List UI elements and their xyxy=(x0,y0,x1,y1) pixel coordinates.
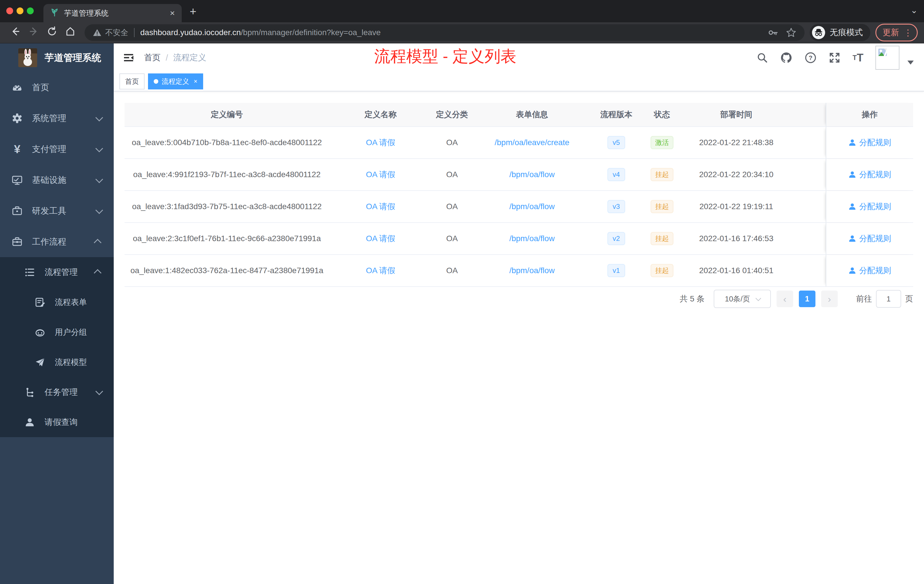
sidebar-item-payment[interactable]: ¥ 支付管理 xyxy=(0,134,114,165)
not-secure-label[interactable]: 不安全 xyxy=(105,27,128,38)
page-size-select[interactable]: 10条/页 xyxy=(714,290,771,308)
sidebar-item-system[interactable]: 系统管理 xyxy=(0,103,114,134)
status-badge: 激活 xyxy=(650,136,673,149)
definition-name-link[interactable]: OA 请假 xyxy=(366,201,396,212)
form-link[interactable]: /bpm/oa/flow xyxy=(510,202,555,211)
update-label: 更新 xyxy=(883,27,899,38)
forward-icon[interactable] xyxy=(25,26,43,39)
svg-text:?: ? xyxy=(808,54,812,61)
definition-id: oa_leave:1:482ec033-762a-11ec-8477-a2380… xyxy=(125,255,329,286)
row-spacer xyxy=(789,191,826,222)
column-header: 定义名称 xyxy=(329,103,432,126)
toolbox-icon xyxy=(12,205,23,216)
column-header: 状态 xyxy=(640,103,683,126)
sidebar-item-infrastructure[interactable]: 基础设施 xyxy=(0,165,114,195)
form-link[interactable]: /bpm/oa/flow xyxy=(510,170,555,179)
avatar[interactable] xyxy=(875,46,899,70)
deploy-time: 2022-01-22 21:48:38 xyxy=(683,127,789,158)
new-tab-button[interactable]: + xyxy=(190,6,196,16)
help-icon[interactable]: ? xyxy=(805,52,817,64)
version-badge: v4 xyxy=(607,168,625,181)
assign-rule-button[interactable]: 分配规则 xyxy=(848,201,891,212)
breadcrumb-current: 流程定义 xyxy=(173,52,206,63)
sidebar-logo[interactable]: 芋道管理系统 xyxy=(0,43,114,72)
column-header: 部署时间 xyxy=(683,103,789,126)
close-window-button[interactable] xyxy=(6,7,13,14)
tag-home[interactable]: 首页 xyxy=(119,73,145,89)
home-icon[interactable] xyxy=(61,26,79,39)
sidebar-item-task-management[interactable]: 任务管理 xyxy=(0,377,114,407)
table-body: oa_leave:5:004b710b-7b8a-11ec-8ef0-acde4… xyxy=(125,127,913,287)
assign-rule-label: 分配规则 xyxy=(859,137,891,148)
sidebar-item-process-management[interactable]: 流程管理 xyxy=(0,257,114,287)
row-spacer xyxy=(789,127,826,158)
favicon xyxy=(50,8,59,18)
sidebar-menu: 首页 系统管理 ¥ 支付管理 基础设施 xyxy=(0,72,114,437)
sidebar-item-home[interactable]: 首页 xyxy=(0,72,114,103)
page-number-button[interactable]: 1 xyxy=(799,290,815,307)
row-spacer xyxy=(789,255,826,286)
prev-page-button[interactable]: ‹ xyxy=(777,290,793,307)
logo-rabbit-image xyxy=(18,48,37,67)
definition-category: OA xyxy=(432,159,472,190)
tab-close-icon[interactable]: × xyxy=(170,8,175,18)
column-header: 表单信息 xyxy=(472,103,592,126)
sidebar-item-process-form[interactable]: 流程表单 xyxy=(0,287,114,317)
column-header-spacer xyxy=(789,103,826,126)
fullscreen-icon[interactable] xyxy=(828,52,841,64)
browser-update-menu-button[interactable]: 更新 ⋮ xyxy=(875,24,918,41)
tag-close-icon[interactable]: × xyxy=(194,78,198,85)
goto-page-input[interactable] xyxy=(876,290,901,308)
url-host[interactable]: dashboard.yudao.iocoder.cn xyxy=(140,28,241,37)
assign-rule-button[interactable]: 分配规则 xyxy=(848,169,891,180)
form-link[interactable]: /bpm/oa/leave/create xyxy=(495,138,569,147)
definition-category: OA xyxy=(432,191,472,222)
reload-icon[interactable] xyxy=(43,26,61,39)
minimize-window-button[interactable] xyxy=(16,7,23,14)
breadcrumb-home[interactable]: 首页 xyxy=(144,52,160,63)
sidebar-item-label: 研发工具 xyxy=(32,205,96,217)
font-size-icon[interactable]: TT xyxy=(853,52,863,64)
definition-name-link[interactable]: OA 请假 xyxy=(366,265,396,276)
chevron-down-icon xyxy=(96,145,103,152)
sidebar-item-label: 流程模型 xyxy=(55,357,101,368)
assign-rule-button[interactable]: 分配规则 xyxy=(848,233,891,244)
form-link[interactable]: /bpm/oa/flow xyxy=(510,234,555,243)
navbar: 首页 / 流程定义 流程模型 - 定义列表 ? TT xyxy=(114,43,924,72)
table-row: oa_leave:2:3c1f0ef1-76b1-11ec-9c66-a2380… xyxy=(125,223,913,255)
sidebar-item-workflow[interactable]: 工作流程 xyxy=(0,226,114,257)
tab-search-chevron-icon[interactable]: ⌄ xyxy=(911,5,918,15)
back-icon[interactable] xyxy=(6,26,25,39)
next-page-button[interactable]: › xyxy=(821,290,838,307)
assign-rule-button[interactable]: 分配规则 xyxy=(848,265,891,276)
form-icon xyxy=(34,297,46,308)
column-header: 定义分类 xyxy=(432,103,472,126)
browser-tab[interactable]: 芋道管理系统 × xyxy=(43,4,182,22)
assign-rule-button[interactable]: 分配规则 xyxy=(848,137,891,148)
zoom-window-button[interactable] xyxy=(27,7,34,14)
sidebar-item-devtools[interactable]: 研发工具 xyxy=(0,195,114,226)
definition-name-link[interactable]: OA 请假 xyxy=(366,137,396,148)
workflow-submenu: 流程管理 流程表单 用户分组 xyxy=(0,257,114,437)
url-path[interactable]: /bpm/manager/definition?key=oa_leave xyxy=(241,28,760,37)
tag-process-definition[interactable]: 流程定义 × xyxy=(148,73,203,89)
definition-id: oa_leave:3:1fad3d93-7b75-11ec-a3c8-acde4… xyxy=(125,191,329,222)
breadcrumb: 首页 / 流程定义 xyxy=(144,52,206,63)
sidebar-item-label: 任务管理 xyxy=(45,386,96,398)
form-link[interactable]: /bpm/oa/flow xyxy=(510,266,555,275)
sidebar-item-user-group[interactable]: 用户分组 xyxy=(0,317,114,347)
robot-icon xyxy=(34,327,46,338)
sidebar-collapse-icon[interactable] xyxy=(123,52,134,63)
sidebar-item-leave-query[interactable]: 请假查询 xyxy=(0,407,114,437)
password-key-icon[interactable] xyxy=(767,27,778,38)
definition-id: oa_leave:2:3c1f0ef1-76b1-11ec-9c66-a2380… xyxy=(125,223,329,254)
address-field[interactable]: 不安全 dashboard.yudao.iocoder.cn /bpm/mana… xyxy=(84,24,805,41)
github-icon[interactable] xyxy=(780,51,792,64)
avatar-dropdown-caret-icon[interactable] xyxy=(908,61,914,64)
definition-name-link[interactable]: OA 请假 xyxy=(366,233,396,244)
bookmark-star-icon[interactable] xyxy=(786,27,797,38)
definition-name-link[interactable]: OA 请假 xyxy=(366,169,396,180)
search-icon[interactable] xyxy=(757,52,768,63)
dashboard-icon xyxy=(12,82,23,93)
sidebar-item-process-model[interactable]: 流程模型 xyxy=(0,347,114,377)
